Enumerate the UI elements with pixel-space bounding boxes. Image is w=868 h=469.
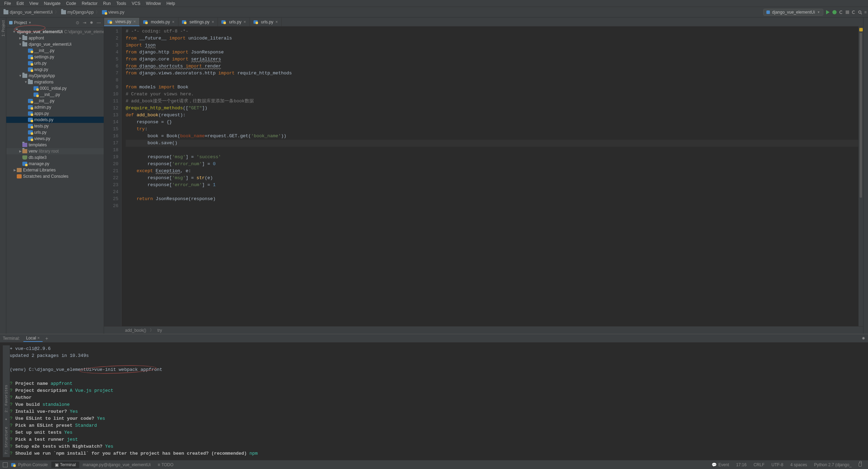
tree-apps[interactable]: apps.py [6, 110, 104, 117]
breadcrumb-root[interactable]: django_vue_elementUi [2, 9, 54, 15]
tab-urls1[interactable]: urls.py× [218, 18, 250, 26]
menu-refactor[interactable]: Refactor [79, 0, 100, 7]
tree-root[interactable]: ▼django_vue_elementUiC:\django_vue_eleme… [6, 29, 104, 35]
tool-tab-structure[interactable]: 7: Structure [3, 427, 10, 454]
tree-tests[interactable]: tests.py [6, 123, 104, 129]
tree-urls[interactable]: urls.py [6, 60, 104, 66]
tree-mig-0001[interactable]: 0001_initial.py [6, 85, 104, 91]
run-button[interactable] [826, 10, 830, 14]
close-icon[interactable]: × [243, 20, 246, 24]
tree-external[interactable]: ▶External Libraries [6, 167, 104, 173]
tree-appfront[interactable]: ▶appfront [6, 35, 104, 41]
status-todo[interactable]: ≡ TODO [154, 462, 177, 468]
scroll-from-source-icon[interactable]: ⊙ [76, 20, 79, 25]
add-terminal-button[interactable]: + [45, 336, 48, 341]
python-file-icon [28, 137, 33, 141]
reload-button[interactable] [852, 10, 855, 14]
menu-window[interactable]: Window [143, 0, 164, 7]
close-icon[interactable]: × [212, 20, 214, 24]
tree-wsgi[interactable]: wsgi.py [6, 66, 104, 73]
term-a: Yes [64, 430, 72, 435]
stop-button[interactable] [846, 10, 849, 14]
menu-navigate[interactable]: Navigate [41, 0, 63, 7]
line-gutter[interactable]: 1234567891011121314151617181920212223242… [104, 27, 122, 326]
tree-models[interactable]: models.py [6, 117, 104, 123]
terminal-output[interactable]: + vue-cli@2.9.6 updated 2 packages in 10… [10, 345, 862, 457]
run-configuration-selector[interactable]: django_vue_elementUi ▼ [763, 9, 823, 16]
status-django-task[interactable]: manage.py@django_vue_elementUi [79, 462, 154, 468]
term-q: Set up unit tests [15, 430, 62, 435]
menu-vcs[interactable]: VCS [129, 0, 143, 7]
tree-settings[interactable]: settings.py [6, 54, 104, 60]
tree-admin[interactable]: admin.py [6, 104, 104, 110]
tree-mig-init[interactable]: __init__.py [6, 91, 104, 98]
terminal-tab-local[interactable]: Local × [23, 335, 43, 342]
python-file-icon [28, 55, 33, 59]
tab-views[interactable]: views.py× [104, 18, 140, 26]
tree-app-urls[interactable]: urls.py [6, 129, 104, 135]
tree-migrations[interactable]: ▼migrations [6, 79, 104, 85]
menu-edit[interactable]: Edit [14, 0, 27, 7]
status-terminal[interactable]: ▣ Terminal [51, 462, 79, 468]
more-button[interactable]: ≡ [864, 10, 866, 15]
tree-pkg[interactable]: ▼django_vue_elementUi [6, 41, 104, 47]
tab-settings[interactable]: settings.py× [178, 18, 218, 26]
editor-scrollbar[interactable] [858, 27, 863, 326]
close-icon[interactable]: × [172, 20, 175, 24]
settings-icon[interactable]: ✸ [90, 20, 93, 25]
tree-db[interactable]: db.sqlite3 [6, 154, 104, 161]
tree-views[interactable]: views.py [6, 135, 104, 142]
tree-scratches[interactable]: Scratches and Consoles [6, 173, 104, 179]
search-everywhere-button[interactable] [858, 10, 861, 14]
close-icon[interactable]: × [275, 20, 278, 24]
crumb-fn[interactable]: add_book() [125, 328, 146, 333]
crumb-scope[interactable]: try [157, 328, 162, 333]
tree-manage[interactable]: manage.py [6, 161, 104, 167]
breadcrumb-file[interactable]: views.py [101, 9, 126, 15]
tool-tab-project[interactable]: 1: Project [1, 20, 5, 36]
scrollbar-thumb[interactable] [860, 33, 862, 198]
status-encoding[interactable]: UTF-8 [768, 462, 787, 468]
tree-venv[interactable]: ▶venvlibrary root [6, 148, 104, 154]
project-tree[interactable]: ▼django_vue_elementUiC:\django_vue_eleme… [6, 28, 104, 334]
tab-urls2[interactable]: urls.py× [250, 18, 282, 26]
tree-templates[interactable]: templates [6, 142, 104, 148]
status-eventlog[interactable]: 💬 Event [708, 462, 733, 468]
tree-app-init[interactable]: __init__.py [6, 98, 104, 104]
terminal-body[interactable]: 2: Favorites ★ 7: Structure + vue-cli@2.… [0, 343, 868, 460]
status-indent[interactable]: 4 spaces [787, 462, 811, 468]
menu-file[interactable]: File [1, 0, 14, 7]
status-interpreter[interactable]: Python 2.7 (django_ [811, 462, 855, 468]
tree-init[interactable]: __init__.py [6, 47, 104, 54]
status-caret-pos[interactable]: 17:16 [733, 462, 750, 468]
close-icon[interactable]: × [133, 19, 136, 24]
tab-label: urls.py [261, 20, 273, 24]
status-python-console[interactable]: Python Console [8, 462, 51, 468]
python-file-icon [28, 124, 33, 128]
hide-icon[interactable]: — [97, 20, 101, 25]
status-bar: Python Console ▣ Terminal manage.py@djan… [0, 460, 868, 469]
status-lock-icon[interactable] [855, 462, 865, 467]
status-eol[interactable]: CRLF [750, 462, 768, 468]
tool-tab-favorites[interactable]: 2: Favorites [3, 385, 10, 412]
menu-help[interactable]: Help [164, 0, 178, 7]
debug-button[interactable] [832, 10, 837, 14]
menu-view[interactable]: View [27, 0, 41, 7]
toolwindow-toggle-icon[interactable] [3, 462, 8, 467]
chevron-down-icon[interactable]: ▼ [28, 21, 31, 24]
tree-app[interactable]: ▼myDjangoApp [6, 73, 104, 79]
close-icon[interactable]: × [37, 336, 40, 340]
tab-models[interactable]: models.py× [140, 18, 178, 26]
coverage-button[interactable] [839, 10, 843, 14]
code-content[interactable]: # -*- coding: utf-8 -*- from __future__ … [122, 27, 858, 326]
tree-label: admin.py [34, 105, 51, 110]
collapse-all-icon[interactable]: ⇥ [83, 20, 86, 25]
breadcrumb-app[interactable]: myDjangoApp [60, 9, 95, 15]
terminal-settings-button[interactable]: ✸ [862, 336, 865, 341]
folder-icon [22, 36, 27, 40]
menu-run[interactable]: Run [100, 0, 113, 7]
inspection-warning-icon[interactable] [859, 28, 863, 31]
menu-tools[interactable]: Tools [113, 0, 129, 7]
menu-code[interactable]: Code [63, 0, 79, 7]
code-editor[interactable]: 1234567891011121314151617181920212223242… [104, 27, 863, 326]
